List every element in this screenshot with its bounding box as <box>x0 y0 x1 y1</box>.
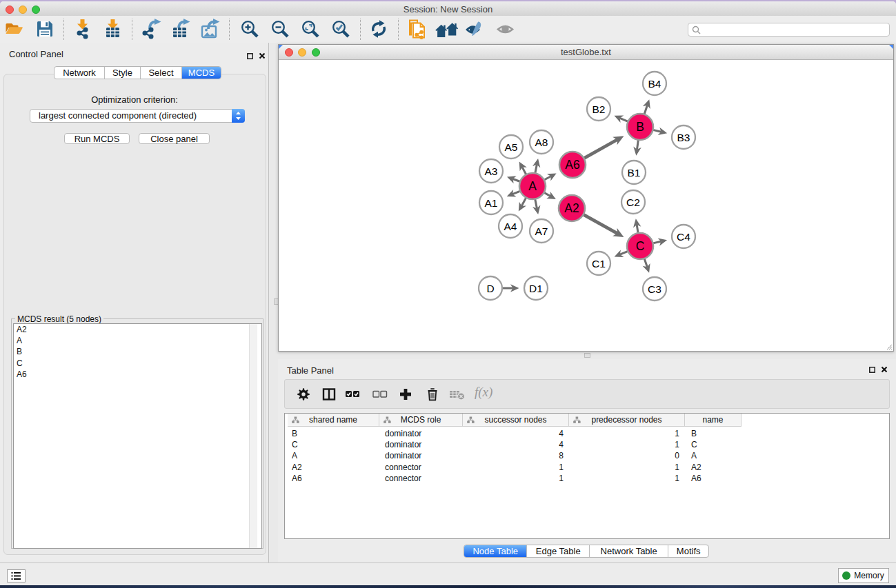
svg-text:A3: A3 <box>485 165 498 177</box>
svg-text:A7: A7 <box>535 225 548 237</box>
svg-text:C2: C2 <box>626 196 640 208</box>
svg-text:A8: A8 <box>535 136 548 148</box>
svg-text:D1: D1 <box>529 283 543 294</box>
svg-text:A: A <box>528 179 537 193</box>
svg-text:A2: A2 <box>564 201 579 215</box>
svg-text:D: D <box>486 283 494 294</box>
svg-text:B1: B1 <box>628 167 641 179</box>
svg-text:C4: C4 <box>677 231 690 243</box>
svg-text:A6: A6 <box>565 158 579 172</box>
svg-text:B2: B2 <box>593 103 606 115</box>
svg-text:B: B <box>636 120 644 134</box>
svg-text:A5: A5 <box>505 141 518 153</box>
svg-text:A4: A4 <box>504 221 517 232</box>
svg-text:B3: B3 <box>677 132 690 143</box>
svg-text:C3: C3 <box>648 283 661 295</box>
svg-text:C1: C1 <box>592 258 606 270</box>
svg-text:A1: A1 <box>485 197 498 209</box>
svg-text:C: C <box>636 239 645 253</box>
svg-text:B4: B4 <box>648 78 661 90</box>
